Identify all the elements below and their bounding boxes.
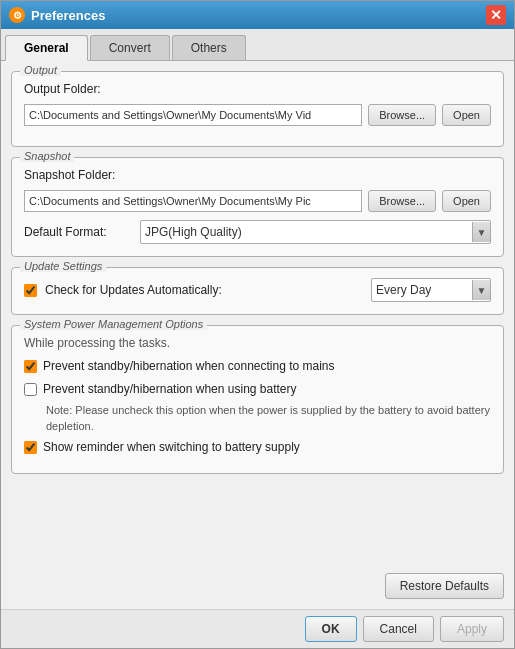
snapshot-group: Snapshot Snapshot Folder: Browse... Open… bbox=[11, 157, 504, 257]
output-folder-label: Output Folder: bbox=[24, 82, 101, 96]
format-value: JPG(High Quality) bbox=[145, 225, 242, 239]
tab-general[interactable]: General bbox=[5, 35, 88, 61]
output-path-row: Browse... Open bbox=[24, 104, 491, 126]
power-group: System Power Management Options While pr… bbox=[11, 325, 504, 474]
format-dropdown-arrow: ▼ bbox=[472, 222, 490, 242]
update-group: Update Settings Check for Updates Automa… bbox=[11, 267, 504, 315]
cancel-button[interactable]: Cancel bbox=[363, 616, 434, 642]
prevent-mains-label: Prevent standby/hibernation when connect… bbox=[43, 358, 335, 375]
update-check-checkbox[interactable] bbox=[24, 284, 37, 297]
title-bar: ⚙ Preferences ✕ bbox=[1, 1, 514, 29]
tab-others[interactable]: Others bbox=[172, 35, 246, 60]
output-path-input[interactable] bbox=[24, 104, 362, 126]
prevent-battery-checkbox[interactable] bbox=[24, 383, 37, 396]
format-select[interactable]: JPG(High Quality) ▼ bbox=[140, 220, 491, 244]
window-title: Preferences bbox=[31, 8, 486, 23]
power-group-label: System Power Management Options bbox=[20, 318, 207, 330]
frequency-dropdown-arrow: ▼ bbox=[472, 280, 490, 300]
frequency-value: Every Day bbox=[376, 283, 431, 297]
tab-convert[interactable]: Convert bbox=[90, 35, 170, 60]
output-group-label: Output bbox=[20, 64, 61, 76]
close-button[interactable]: ✕ bbox=[486, 5, 506, 25]
prevent-battery-row: Prevent standby/hibernation when using b… bbox=[24, 381, 491, 398]
snapshot-path-row: Browse... Open bbox=[24, 190, 491, 212]
snapshot-folder-label-row: Snapshot Folder: bbox=[24, 168, 491, 182]
restore-row: Restore Defaults bbox=[11, 573, 504, 599]
reminder-row: Show reminder when switching to battery … bbox=[24, 439, 491, 456]
preferences-window: ⚙ Preferences ✕ General Convert Others O… bbox=[0, 0, 515, 649]
format-label: Default Format: bbox=[24, 225, 134, 239]
output-folder-row: Output Folder: bbox=[24, 82, 491, 96]
output-open-button[interactable]: Open bbox=[442, 104, 491, 126]
main-content: Output Output Folder: Browse... Open Sna… bbox=[1, 61, 514, 609]
prevent-mains-checkbox[interactable] bbox=[24, 360, 37, 373]
reminder-label: Show reminder when switching to battery … bbox=[43, 439, 300, 456]
frequency-select[interactable]: Every Day ▼ bbox=[371, 278, 491, 302]
footer-buttons: OK Cancel Apply bbox=[305, 616, 504, 642]
output-browse-button[interactable]: Browse... bbox=[368, 104, 436, 126]
prevent-battery-label: Prevent standby/hibernation when using b… bbox=[43, 381, 297, 398]
update-group-label: Update Settings bbox=[20, 260, 106, 272]
apply-button[interactable]: Apply bbox=[440, 616, 504, 642]
note-text: Note: Please uncheck this option when th… bbox=[46, 402, 491, 435]
format-row: Default Format: JPG(High Quality) ▼ bbox=[24, 220, 491, 244]
prevent-mains-row: Prevent standby/hibernation when connect… bbox=[24, 358, 491, 375]
update-check-row: Check for Updates Automatically: Every D… bbox=[24, 278, 491, 302]
snapshot-folder-label: Snapshot Folder: bbox=[24, 168, 115, 182]
tab-bar: General Convert Others bbox=[1, 29, 514, 61]
snapshot-open-button[interactable]: Open bbox=[442, 190, 491, 212]
reminder-checkbox[interactable] bbox=[24, 441, 37, 454]
footer: OK Cancel Apply bbox=[1, 609, 514, 648]
processing-text: While processing the tasks. bbox=[24, 336, 491, 350]
ok-button[interactable]: OK bbox=[305, 616, 357, 642]
snapshot-browse-button[interactable]: Browse... bbox=[368, 190, 436, 212]
update-check-label: Check for Updates Automatically: bbox=[45, 283, 363, 297]
restore-defaults-button[interactable]: Restore Defaults bbox=[385, 573, 504, 599]
snapshot-path-input[interactable] bbox=[24, 190, 362, 212]
snapshot-group-label: Snapshot bbox=[20, 150, 74, 162]
output-group: Output Output Folder: Browse... Open bbox=[11, 71, 504, 147]
app-icon: ⚙ bbox=[9, 7, 25, 23]
